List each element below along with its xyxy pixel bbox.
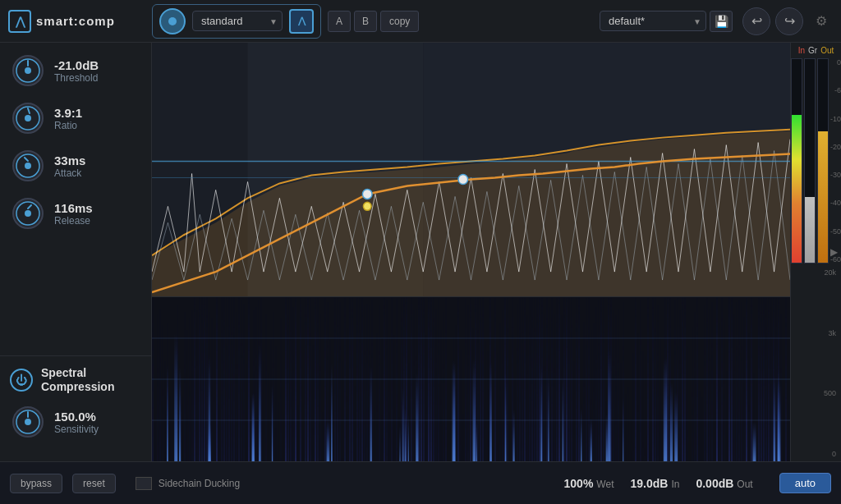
in-meter-fill [792,115,802,263]
wet-value: 100% [564,477,594,490]
sidechain-label: Sidechain Ducking [159,478,240,489]
in-stat: 19.0dB In [630,477,679,490]
out-meter-fill [818,131,828,263]
threshold-info: -21.0dB Threshold [54,58,99,84]
ratio-label: Ratio [54,120,82,131]
mode-dot [168,17,177,25]
in-meter [791,58,802,263]
sensitivity-knob[interactable] [10,404,46,440]
undo-button[interactable]: ↩ [742,7,770,35]
va-badge[interactable]: ⋀ [289,9,314,34]
ab-controls: A B copy [328,11,419,32]
release-value: 116ms [54,201,93,215]
gr-meter [804,58,816,263]
wet-label: Wet [596,479,614,490]
spectrogram-area [152,297,790,461]
mode-dropdown[interactable]: standard dynamic linear phase [192,11,283,31]
freq-3k: 3k [828,329,836,337]
attack-control: 33ms Attack [10,148,141,184]
spectral-label: SpectralCompression [41,366,114,394]
redo-button[interactable]: ↪ [775,7,803,35]
app-name: smart:comp [36,14,115,28]
a-button[interactable]: A [328,11,351,32]
gr-meter-fill [805,197,815,263]
ratio-info: 3.9:1 Ratio [54,106,82,131]
sensitivity-label: Sensitivity [54,424,99,435]
svg-point-23 [363,202,371,210]
attack-value: 33ms [54,153,85,167]
logo: ⋀ smart:comp [8,10,152,33]
preset-dropdown-wrapper: default* ▼ [600,11,706,31]
out-meter [817,58,829,263]
svg-point-14 [25,419,31,425]
sensitivity-control: 150.0% Sensitivity [10,404,141,440]
svg-point-21 [362,189,372,199]
copy-button[interactable]: copy [380,11,419,32]
knob-section: -21.0dB Threshold 3.9:1 Ratio [0,43,151,356]
scale-30: -30 [830,171,841,179]
spectral-toggle: ⏻ SpectralCompression [10,366,141,394]
out-label: Out [737,479,752,490]
svg-point-2 [25,67,31,74]
wet-stat: 100% Wet [564,477,614,490]
svg-point-22 [458,174,468,184]
header: ⋀ smart:comp standard dynamic linear pha… [0,0,841,43]
attack-info: 33ms Attack [54,153,85,179]
sidechain-icon [136,477,152,490]
meter-in-label: In [798,46,805,55]
settings-button[interactable]: ⚙ [810,10,833,33]
scale-10: -10 [830,115,841,123]
waveform-svg [152,43,790,296]
preset-dropdown[interactable]: default* [600,11,706,31]
sidechain-area: Sidechain Ducking [136,477,240,490]
out-stat: 0.00dB Out [696,477,752,490]
freq-scale: 20k 3k 500 0 [791,265,841,461]
in-meter-bar [791,58,802,263]
meter-out-label: Out [820,46,834,55]
svg-point-5 [25,115,31,121]
bypass-button[interactable]: bypass [10,474,62,493]
attack-label: Attack [54,167,85,179]
release-info: 116ms Release [54,201,93,227]
mode-dropdown-wrapper: standard dynamic linear phase ▼ [192,11,283,31]
scale-20: -20 [830,143,841,151]
scale-6: -6 [830,86,841,94]
mode-button[interactable] [159,8,186,34]
reset-button[interactable]: reset [72,474,116,493]
release-label: Release [54,215,93,227]
meter-scale: 0 -6 -10 -20 -30 -40 -50 -60 [830,58,841,263]
out-value: 0.00dB [696,477,733,490]
main-area: -21.0dB Threshold 3.9:1 Ratio [0,43,841,461]
attack-knob[interactable] [10,148,46,184]
logo-icon: ⋀ [8,10,31,33]
ratio-knob[interactable] [10,100,46,136]
in-label: In [671,479,679,490]
sensitivity-info: 150.0% Sensitivity [54,410,99,435]
b-button[interactable]: B [354,11,377,32]
threshold-label: Threshold [54,72,99,84]
waveform-area[interactable]: 🎧 [152,43,790,297]
auto-button[interactable]: auto [779,473,831,493]
preset-controls: default* ▼ 💾 ↩ ↪ ⚙ [600,7,833,35]
left-panel: -21.0dB Threshold 3.9:1 Ratio [0,43,152,461]
gr-meter-bar [804,58,816,263]
ratio-control: 3.9:1 Ratio [10,100,141,136]
freq-20k: 20k [824,268,836,277]
threshold-knob[interactable] [10,53,46,89]
visualization-area: 🎧 [152,43,790,461]
footer-stats: 100% Wet 19.0dB In 0.00dB Out auto [564,473,831,493]
mode-controls: standard dynamic linear phase ▼ ⋀ [152,4,321,39]
scale-50: -50 [830,227,841,236]
threshold-value: -21.0dB [54,58,99,72]
scale-0: 0 [830,58,841,66]
out-meter-bar [817,58,829,263]
spectral-power-button[interactable]: ⏻ [10,369,33,392]
threshold-control: -21.0dB Threshold [10,53,141,89]
collapse-arrow[interactable]: ▶ [830,246,838,258]
ratio-value: 3.9:1 [54,106,82,120]
spectral-section: ⏻ SpectralCompression 150.0% Sensitivity [0,356,151,461]
release-knob[interactable] [10,195,46,231]
spectrogram-canvas [152,297,790,461]
meter-bars-row: 0 -6 -10 -20 -30 -40 -50 -60 [791,57,841,265]
save-button[interactable]: 💾 [710,11,733,32]
